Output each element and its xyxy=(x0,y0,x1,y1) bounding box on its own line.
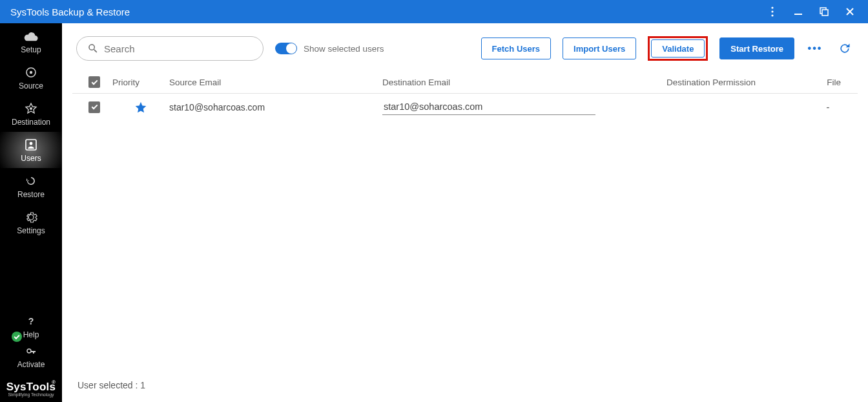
help-icon: ? xyxy=(25,315,37,328)
refresh-button[interactable] xyxy=(836,39,854,58)
search-icon xyxy=(87,43,99,54)
destination-email-input[interactable] xyxy=(382,99,595,115)
maximize-button[interactable] xyxy=(811,0,837,23)
sidebar-item-label: Help xyxy=(23,330,39,339)
sidebar-item-users[interactable]: Users xyxy=(0,132,62,168)
titlebar: SysTools Backup & Restore xyxy=(0,0,868,23)
sidebar-item-label: Source xyxy=(19,81,43,90)
key-icon xyxy=(25,344,37,357)
sidebar-item-label: Users xyxy=(21,154,41,163)
validate-highlight: Validate xyxy=(648,36,708,61)
select-all-checkbox[interactable] xyxy=(88,76,100,88)
sidebar-item-restore[interactable]: Restore xyxy=(0,168,62,204)
minimize-button[interactable] xyxy=(785,0,811,23)
sidebar-item-setup[interactable]: Setup xyxy=(0,23,62,59)
priority-star[interactable] xyxy=(112,101,169,114)
sidebar-item-label: Setup xyxy=(21,45,41,54)
window-title: SysTools Backup & Restore xyxy=(10,6,760,17)
show-selected-toggle[interactable] xyxy=(275,43,297,54)
sidebar: Setup Source Destination Users Restore xyxy=(0,23,62,402)
svg-point-10 xyxy=(30,142,33,145)
sidebar-item-settings[interactable]: Settings xyxy=(0,204,62,240)
start-restore-button[interactable]: Start Restore xyxy=(719,37,794,59)
row-checkbox[interactable] xyxy=(88,101,100,113)
more-options-button[interactable]: ••• xyxy=(806,39,824,58)
svg-point-12 xyxy=(27,349,31,353)
table-row: star10@soharcoas.com - xyxy=(72,94,858,120)
toolbar: Show selected users Fetch Users Import U… xyxy=(72,23,858,71)
brand-tagline: Simplifying Technology xyxy=(0,392,62,397)
svg-point-7 xyxy=(30,71,32,74)
col-source: Source Email xyxy=(169,78,382,87)
sidebar-item-label: Activate xyxy=(17,360,45,369)
restore-icon xyxy=(25,175,37,187)
col-destination: Destination Email xyxy=(382,78,666,87)
svg-point-0 xyxy=(771,6,773,8)
sidebar-bottom: ? Help Activate xyxy=(0,312,62,377)
registered-mark: ® xyxy=(52,379,56,385)
source-email: star10@soharcoas.com xyxy=(169,102,382,112)
footer-status: User selected : 1 xyxy=(72,374,858,402)
sidebar-item-label: Settings xyxy=(17,226,45,235)
svg-point-8 xyxy=(30,107,32,110)
star-icon xyxy=(134,101,147,114)
search-box[interactable] xyxy=(76,36,264,61)
sidebar-item-destination[interactable]: Destination xyxy=(0,96,62,132)
content-area: Show selected users Fetch Users Import U… xyxy=(62,23,868,402)
user-icon xyxy=(25,138,37,151)
source-icon xyxy=(25,66,37,79)
svg-point-2 xyxy=(771,14,773,16)
svg-rect-3 xyxy=(794,14,802,15)
sidebar-item-source[interactable]: Source xyxy=(0,59,62,96)
show-selected-toggle-wrap: Show selected users xyxy=(275,43,384,54)
sidebar-item-help[interactable]: ? Help xyxy=(0,312,62,342)
kebab-menu-icon[interactable] xyxy=(760,0,785,23)
toggle-label: Show selected users xyxy=(304,44,384,54)
table-header: Priority Source Email Destination Email … xyxy=(72,71,858,94)
status-badge-icon xyxy=(12,332,22,342)
toggle-knob xyxy=(286,43,296,54)
col-priority: Priority xyxy=(112,78,169,87)
fetch-users-button[interactable]: Fetch Users xyxy=(481,37,551,59)
sidebar-item-label: Destination xyxy=(12,118,50,127)
col-file: File xyxy=(809,78,847,87)
sidebar-item-activate[interactable]: Activate xyxy=(0,342,62,372)
sidebar-item-label: Restore xyxy=(17,190,45,199)
svg-text:?: ? xyxy=(28,316,34,326)
import-users-button[interactable]: Import Users xyxy=(563,37,636,59)
cloud-icon xyxy=(24,30,38,43)
col-permission: Destination Permission xyxy=(666,78,809,87)
gear-icon xyxy=(25,211,37,224)
svg-rect-5 xyxy=(822,10,828,16)
svg-point-1 xyxy=(771,10,773,12)
file-value: - xyxy=(809,101,847,113)
target-icon xyxy=(25,102,37,115)
validate-button[interactable]: Validate xyxy=(651,39,705,58)
close-button[interactable] xyxy=(837,0,863,23)
brand-logo: ® SysTools Simplifying Technology xyxy=(0,377,62,402)
search-input[interactable] xyxy=(104,43,253,54)
